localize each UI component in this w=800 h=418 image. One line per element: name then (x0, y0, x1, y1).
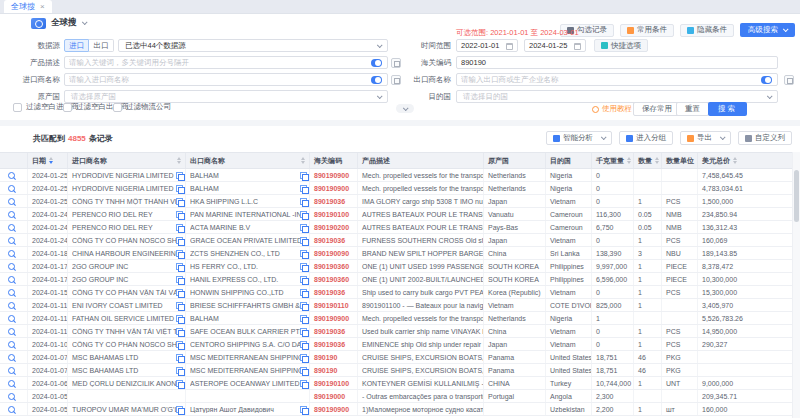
smart-analysis-button[interactable]: 智能分析 (546, 131, 612, 145)
importer-input[interactable] (64, 73, 388, 86)
table-row[interactable]: 2024-01-05 TUROPOV UMAR MA'MUR O'G'LI Ца… (0, 403, 792, 416)
copy-icon[interactable] (300, 276, 307, 283)
row-detail-search-icon[interactable] (8, 250, 15, 257)
col-header-value[interactable]: 美元总价 (698, 153, 792, 168)
copy-icon[interactable] (176, 263, 183, 270)
exporter-input[interactable] (456, 73, 778, 86)
row-detail-search-icon[interactable] (8, 380, 15, 387)
table-row[interactable]: 2024-01-24 CÔNG TY CỔ PHẦN NOSCO SHIPYAR… (0, 234, 792, 247)
vertical-scrollbar[interactable] (792, 152, 800, 418)
export-tab[interactable]: 出口 (89, 39, 114, 52)
copy-icon[interactable] (176, 315, 183, 322)
row-detail-search-icon[interactable] (8, 354, 15, 361)
table-row[interactable]: 2024-01-11 ENI IVORY COAST LIMITED BRIES… (0, 299, 792, 312)
product-desc-input[interactable] (64, 56, 388, 69)
exact-match-toggle[interactable] (761, 76, 772, 84)
tab-global-search[interactable]: 全球搜 × (4, 0, 52, 13)
col-header-exporter[interactable]: 出口商名称 (186, 153, 310, 168)
copy-icon[interactable] (176, 185, 183, 192)
export-button[interactable]: 导出 (680, 131, 731, 145)
chevron-down-icon[interactable] (81, 19, 87, 25)
copy-icon[interactable] (176, 250, 183, 257)
row-detail-search-icon[interactable] (8, 276, 15, 283)
copy-icon[interactable] (300, 380, 307, 387)
copy-icon[interactable] (300, 198, 307, 205)
row-detail-search-icon[interactable] (8, 302, 15, 309)
table-row[interactable]: 2024-01-25 HYDRODIVE NIGERIA LIMITED BAL… (0, 182, 792, 195)
sort-icon[interactable] (177, 157, 181, 164)
table-row[interactable]: 2024-01-17 2GO GROUP INC HS FERRY CO., L… (0, 260, 792, 273)
close-icon[interactable]: × (40, 3, 45, 11)
table-row[interactable]: 2024-01-24 PERENCO RIO DEL REY ACTA MARI… (0, 221, 792, 234)
sort-icon[interactable] (301, 157, 305, 164)
col-header-date[interactable]: 日期 (28, 153, 68, 168)
start-date-input[interactable]: 2022-01-01 (456, 39, 518, 52)
save-common-button[interactable]: 保存常用 (633, 102, 681, 116)
table-row[interactable]: 2024-01-11 FATHAN OIL SERVICE LIMITED BA… (0, 312, 792, 325)
copy-icon[interactable] (300, 406, 307, 413)
chevron-down-icon[interactable] (720, 134, 726, 140)
row-detail-search-icon[interactable] (8, 185, 15, 192)
row-detail-search-icon[interactable] (8, 393, 15, 400)
copy-icon[interactable] (176, 172, 183, 179)
copy-icon[interactable] (176, 224, 183, 231)
copy-icon[interactable] (176, 302, 183, 309)
table-row[interactable]: 2024-01-07 MSC BAHAMAS LTD MSC MEDITERRA… (0, 351, 792, 364)
tutorial-link[interactable]: 使用教程 (592, 104, 632, 114)
quick-options-button[interactable]: 快捷选项 (594, 39, 648, 52)
row-detail-search-icon[interactable] (8, 289, 15, 296)
common-conditions-button[interactable]: 常用条件 (620, 24, 674, 37)
table-row[interactable]: 2024-01-17 2GO GROUP INC HANIL EXPRESS C… (0, 273, 792, 286)
sort-icon[interactable] (49, 157, 53, 164)
table-row[interactable]: 2024-01-25 CÔNG TY TNHH MỘT THÀNH VIÊN Đ… (0, 195, 792, 208)
row-detail-search-icon[interactable] (8, 263, 15, 270)
data-source-select[interactable]: 已选中44个数据源 (118, 39, 388, 52)
sort-icon[interactable] (733, 157, 737, 164)
table-row[interactable]: 2024-01-07 MSC BAHAMAS LTD MSC MEDITERRA… (0, 364, 792, 377)
table-row[interactable]: 2024-01-10 CÔNG TY CỔ PHẦN NOSCO SHIPYAR… (0, 338, 792, 351)
copy-icon[interactable] (300, 367, 307, 374)
copy-icon[interactable] (300, 328, 307, 335)
copy-icon[interactable] (176, 289, 183, 296)
copy-icon[interactable] (300, 263, 307, 270)
table-row[interactable]: 2024-01-15 CÔNG TY CỔ PHẦN VẬN TẢI VÀ TI… (0, 286, 792, 299)
copy-icon[interactable] (176, 406, 183, 413)
copy-icon[interactable] (176, 367, 183, 374)
copy-icon[interactable] (300, 250, 307, 257)
table-row[interactable]: 2024-01-25 HYDRODIVE NIGERIA LIMITED BAL… (0, 169, 792, 182)
row-detail-search-icon[interactable] (8, 198, 15, 205)
table-row[interactable]: 2024-01-06 MED ÇORLU DENİZCİLİK ANONİM Ş… (0, 377, 792, 390)
copy-icon[interactable] (300, 172, 307, 179)
copy-icon[interactable] (300, 302, 307, 309)
reset-button[interactable]: 重置 (676, 102, 709, 116)
advanced-search-button[interactable]: 高级搜索 (740, 23, 795, 37)
copy-icon[interactable] (176, 328, 183, 335)
search-button[interactable]: 搜索 (708, 102, 747, 116)
end-date-input[interactable]: 2024-01-25 (524, 39, 586, 52)
scrollbar-thumb[interactable] (794, 170, 799, 222)
copy-icon[interactable] (300, 185, 307, 192)
copy-icon[interactable] (176, 211, 183, 218)
enter-group-button[interactable]: 进入分组 (619, 131, 673, 145)
row-detail-search-icon[interactable] (8, 328, 15, 335)
copy-icon[interactable] (176, 354, 183, 361)
row-detail-search-icon[interactable] (8, 367, 15, 374)
hide-conditions-button[interactable]: 隐藏条件 (680, 24, 734, 37)
copy-icon[interactable] (176, 341, 183, 348)
copy-icon[interactable] (300, 211, 307, 218)
collapse-filters-button[interactable] (396, 104, 414, 113)
col-header-importer[interactable]: 进口商名称 (68, 153, 186, 168)
copy-icon[interactable] (300, 354, 307, 361)
row-detail-search-icon[interactable] (8, 237, 15, 244)
copy-icon[interactable] (176, 237, 183, 244)
copy-icon[interactable] (300, 341, 307, 348)
copy-icon[interactable] (300, 237, 307, 244)
copy-icon[interactable] (176, 198, 183, 205)
copy-icon[interactable] (300, 315, 307, 322)
sort-icon[interactable] (655, 157, 659, 164)
table-row[interactable]: 2024-01-05 89019000 - Outras embarcações… (0, 390, 792, 403)
row-detail-search-icon[interactable] (8, 211, 15, 218)
row-detail-search-icon[interactable] (8, 172, 15, 179)
row-detail-search-icon[interactable] (8, 224, 15, 231)
filter-logistics-checkbox[interactable]: 过滤物流公司 (113, 102, 171, 112)
